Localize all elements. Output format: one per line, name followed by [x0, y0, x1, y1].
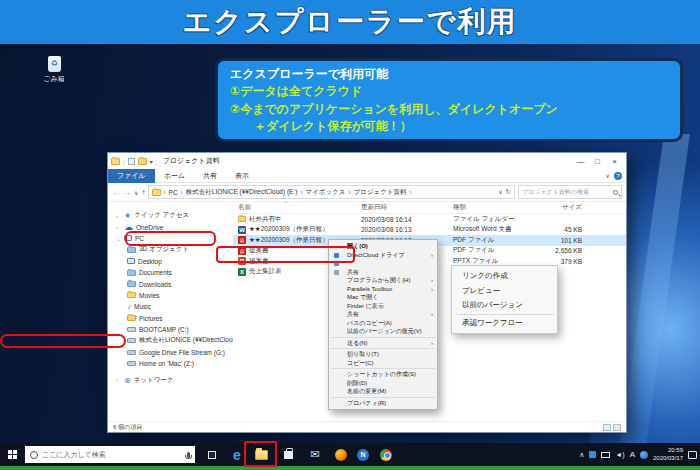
back-icon[interactable]: ←	[112, 188, 120, 197]
tab-view[interactable]: 表示	[226, 169, 258, 183]
menu-share[interactable]: 共有	[329, 268, 437, 277]
submenu-previous-versions[interactable]: 以前のバージョン	[452, 298, 557, 313]
nav-3d-objects[interactable]: 3D オブジェクト	[108, 244, 233, 255]
qat-dropdown-icon[interactable]: ▾	[150, 158, 153, 165]
nav-downloads[interactable]: Downloads	[108, 278, 233, 289]
screen: エクスプローラーで利用 ♻ ごみ箱 エクスプローラーで利用可能 ①データは全てク…	[0, 0, 700, 470]
clock[interactable]: 20:59 2020/03/17	[653, 447, 683, 461]
taskbar-search-input[interactable]: ここに入力して検索	[25, 446, 195, 463]
search-placeholder: プロジェクト資料の検索	[522, 188, 589, 197]
new-folder-icon[interactable]	[138, 158, 147, 165]
quick-access-toolbar-icon[interactable]	[128, 158, 135, 165]
menu-send-to[interactable]: 送る(N)›	[329, 339, 437, 348]
breadcrumb-pc[interactable]: PC	[168, 189, 179, 196]
speaker-icon[interactable]: ◄)	[615, 451, 624, 458]
nav-documents[interactable]: Documents	[108, 267, 233, 278]
minimize-button[interactable]: —	[572, 154, 589, 168]
menu-delete[interactable]: 削除(D)	[329, 379, 437, 388]
menu-rename[interactable]: 名前の変更(M)	[329, 387, 437, 396]
submenu-create-link[interactable]: リンクの作成	[452, 269, 557, 284]
nav-quick-access[interactable]: ›★クイック アクセス	[108, 210, 233, 221]
thumbnails-view-icon[interactable]	[613, 424, 621, 431]
menu-properties[interactable]: プロパティ(R)	[329, 399, 437, 408]
menu-directcloud-drive[interactable]: DirectCloud ドライブ›	[329, 251, 437, 260]
file-row[interactable]: ★★20200309（作業日報） 2020/03/08 16:13 Micros…	[233, 225, 626, 236]
display-icon[interactable]	[601, 452, 610, 458]
menu-create-shortcut[interactable]: ショートカットの作成(S)	[329, 370, 437, 379]
maximize-button[interactable]: □	[589, 154, 606, 168]
firefox-button[interactable]	[329, 443, 353, 466]
edge-button[interactable]: e	[225, 443, 249, 466]
breadcrumb[interactable]: › PC › 株式会社LIONICE (¥¥DirectCloud) (E:) …	[148, 185, 515, 199]
slide-title: エクスプローラーで利用	[183, 3, 518, 41]
folder-icon	[127, 292, 136, 298]
submenu-preview[interactable]: プレビュー	[452, 284, 557, 299]
item-count: 6 個の項目	[113, 423, 142, 432]
breadcrumb-folder[interactable]: プロジェクト資料	[353, 188, 408, 197]
ribbon-expand-icon[interactable]: ∨	[606, 172, 610, 179]
nav-directcloud-drive[interactable]: 株式会社LIONICE (¥¥DirectCloud) (E:)	[108, 335, 233, 346]
task-view-button[interactable]	[200, 443, 224, 466]
menu-open-with[interactable]: プログラムから開く(H)›	[329, 276, 437, 285]
n-app-button[interactable]: N	[351, 443, 375, 466]
show-hidden-icons-chevron[interactable]: ∧	[579, 451, 584, 459]
refresh-icon[interactable]: ↻	[506, 188, 511, 196]
callout-line-1: エクスプローラーで利用可能	[230, 66, 668, 83]
start-button[interactable]	[0, 443, 24, 466]
store-button[interactable]	[276, 443, 300, 466]
column-date[interactable]: 更新日時	[361, 203, 453, 212]
breadcrumb-mybox[interactable]: マイボックス	[305, 188, 347, 197]
menu-show-in-finder[interactable]: Finder に表示	[329, 302, 437, 311]
forward-icon[interactable]: →	[123, 188, 131, 197]
nav-pictures[interactable]: Pictures	[108, 313, 233, 324]
menu-covered-item[interactable]	[329, 259, 437, 268]
help-icon[interactable]: ?	[614, 172, 622, 180]
nav-desktop[interactable]: Desktop	[108, 256, 233, 267]
nav-pc[interactable]: ⌄PC	[108, 233, 233, 244]
menu-share-submenu[interactable]: 共有›	[329, 310, 437, 319]
column-size[interactable]: サイズ	[521, 203, 586, 212]
tab-home[interactable]: ホーム	[155, 169, 194, 183]
details-view-icon[interactable]	[603, 424, 611, 431]
menu-restore-previous[interactable]: 以前のバージョンの復元(V)	[329, 327, 437, 336]
column-name[interactable]: 名前	[233, 203, 361, 212]
tab-share[interactable]: 共有	[194, 169, 226, 183]
column-type[interactable]: 種類	[453, 203, 521, 212]
nav-google-drive[interactable]: Google Drive File Stream (G:)	[108, 347, 233, 358]
tab-file[interactable]: ファイル	[108, 169, 155, 183]
microphone-icon[interactable]	[187, 452, 190, 458]
tray-app-icon[interactable]	[589, 451, 596, 458]
nav-bootcamp-drive[interactable]: BOOTCAMP (C:)	[108, 324, 233, 335]
recycle-bin-shortcut[interactable]: ♻ ごみ箱	[36, 56, 72, 84]
file-row[interactable]: 社外共有中 2020/03/08 16:14 ファイル フォルダー	[233, 214, 626, 225]
nav-network[interactable]: ›⊕ネットワーク	[108, 374, 233, 385]
address-dropdown-icon[interactable]: ∨	[498, 188, 502, 196]
breadcrumb-drive[interactable]: 株式会社LIONICE (¥¥DirectCloud) (E:)	[185, 188, 299, 197]
menu-open[interactable]: 開く(O)	[329, 242, 437, 251]
chrome-button[interactable]	[374, 443, 398, 466]
nav-onedrive[interactable]: ›☁OneDrive	[108, 221, 233, 232]
menu-copy[interactable]: コピー(C)	[329, 359, 437, 368]
menu-copy-path[interactable]: パスのコピー(A)	[329, 319, 437, 328]
star-icon: ★	[124, 212, 131, 219]
menu-open-on-mac[interactable]: Mac で開く	[329, 293, 437, 302]
cloud-icon: ☁	[124, 224, 133, 231]
nav-movies[interactable]: Movies	[108, 290, 233, 301]
search-input[interactable]: プロジェクト資料の検索	[518, 185, 622, 199]
submenu-approval-workflow[interactable]: 承認ワークフロー	[452, 316, 557, 331]
nav-home-mac[interactable]: Home on 'Mac' (Z:)	[108, 358, 233, 369]
recent-locations-icon[interactable]: ∨	[134, 189, 138, 196]
network-icon[interactable]	[640, 451, 648, 459]
up-icon[interactable]: ↑	[141, 188, 145, 197]
file-explorer-button[interactable]	[249, 443, 273, 466]
explorer-titlebar[interactable]: | ▾ | プロジェクト資料 — □ ×	[108, 153, 626, 169]
menu-parallels-toolbox[interactable]: Parallels Toolbox›	[329, 285, 437, 294]
ime-indicator[interactable]: A	[630, 450, 635, 459]
folder-icon	[111, 158, 120, 165]
close-button[interactable]: ×	[606, 154, 623, 168]
action-center-icon[interactable]	[688, 451, 697, 459]
menu-cut[interactable]: 切り取り(T)	[329, 350, 437, 359]
nav-music[interactable]: ♪Music	[108, 301, 233, 312]
mail-button[interactable]: ✉	[303, 443, 327, 466]
location-icon	[152, 189, 161, 196]
